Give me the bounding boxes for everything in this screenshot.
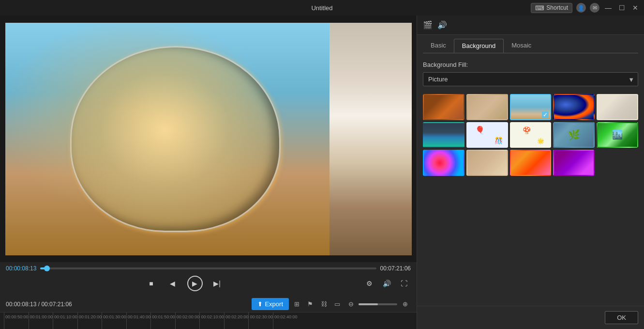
ruler-tick-7: 00:01:50:00 <box>150 313 175 329</box>
ruler-tick-12: 00:02:40:00 <box>273 313 298 329</box>
clip-left <box>5 23 329 255</box>
background-thumb-9[interactable] <box>553 122 595 148</box>
right-panel: 🎬 🔊 Basic Background Mosaic Background F… <box>417 16 644 329</box>
astronaut-helmet-overlay <box>70 46 281 232</box>
ruler-tick-4: 00:01:20:00 <box>77 313 102 329</box>
progress-handle[interactable] <box>44 266 50 271</box>
zoom-out-button[interactable]: ⊖ <box>345 298 357 310</box>
controls-area: 00:00:08:13 00:07:21:06 ■ ◀ ▶ ▶| ⚙ 🔊 ⛶ <box>0 262 417 296</box>
background-thumb-5[interactable] <box>597 94 638 120</box>
time-bar-row: 00:00:08:13 00:07:21:06 <box>6 265 411 272</box>
main-content: 00:00:08:13 00:07:21:06 ■ ◀ ▶ ▶| ⚙ 🔊 ⛶ <box>0 16 644 329</box>
zoom-slider[interactable] <box>359 303 397 305</box>
maximize-button[interactable]: ☐ <box>617 3 627 13</box>
editor-panel: 00:00:08:13 00:07:21:06 ■ ◀ ▶ ▶| ⚙ 🔊 ⛶ <box>0 16 417 329</box>
zoom-fill <box>359 303 378 305</box>
background-thumb-11[interactable] <box>423 150 464 176</box>
tab-background[interactable]: Background <box>454 39 504 53</box>
ruler-tick-5: 00:01:30:00 <box>102 313 126 329</box>
export-button[interactable]: ⬆ Export <box>252 298 289 310</box>
minimize-button[interactable]: — <box>603 3 613 13</box>
timeline-tool-3[interactable]: ⛓ <box>318 298 329 310</box>
ruler-tick-11: 00:02:30:00 <box>248 313 273 329</box>
ok-btn-container: OK <box>417 306 644 329</box>
step-forward-button[interactable]: ▶| <box>210 277 224 290</box>
background-thumb-1[interactable] <box>423 94 464 120</box>
fill-label: Background Fill: <box>423 61 638 68</box>
export-label: Export <box>265 300 283 308</box>
background-thumb-3[interactable] <box>510 94 552 120</box>
ruler-tick-10: 00:02:20:00 <box>224 313 249 329</box>
timeline-tool-2[interactable]: ⚑ <box>304 298 316 310</box>
dropdown-container: Picture ▼ <box>423 72 638 86</box>
background-thumb-13[interactable] <box>510 150 552 176</box>
background-thumb-14[interactable] <box>553 150 595 176</box>
background-thumb-2[interactable] <box>466 94 508 120</box>
thumbnail-grid <box>423 94 638 176</box>
background-thumb-4[interactable] <box>553 94 595 120</box>
film-icon: 🎬 <box>423 20 433 30</box>
background-thumb-12[interactable] <box>466 150 508 176</box>
keyboard-icon: ⌨ <box>535 4 544 12</box>
ruler-tick-3: 00:01:10:00 <box>53 313 77 329</box>
video-preview <box>5 23 412 255</box>
progress-bar[interactable] <box>40 267 376 269</box>
ruler-tick-1: 00:00:50:00 <box>4 313 29 329</box>
preview-area <box>0 16 417 262</box>
shortcut-label: Shortcut <box>546 4 568 11</box>
ruler-tick-6: 00:01:40:00 <box>126 313 151 329</box>
background-thumb-7[interactable] <box>466 122 508 148</box>
tab-mosaic[interactable]: Mosaic <box>504 39 539 53</box>
timeline-tool-1[interactable]: ⊞ <box>291 298 302 310</box>
panel-content: Background Fill: Picture ▼ <box>417 53 644 306</box>
fullscreen-icon[interactable]: ⛶ <box>397 277 411 290</box>
volume-icon[interactable]: 🔊 <box>380 277 393 290</box>
playback-right: ⚙ 🔊 ⛶ <box>362 277 411 290</box>
export-area: ⬆ Export ⊞ ⚑ ⛓ ▭ ⊖ ⊕ <box>252 298 411 310</box>
ruler-tick-2: 00:01:00:00 <box>29 313 53 329</box>
titlebar-right: ⌨ Shortcut 👤 ✉ — ☐ ✕ <box>531 3 640 13</box>
playback-controls: ■ ◀ ▶ ▶| <box>6 274 362 293</box>
mail-icon[interactable]: ✉ <box>590 3 599 13</box>
stop-button[interactable]: ■ <box>145 277 158 290</box>
panel-header: 🎬 🔊 <box>417 16 644 35</box>
close-button[interactable]: ✕ <box>630 3 640 13</box>
export-icon: ⬆ <box>257 300 263 308</box>
audio-icon: 🔊 <box>437 20 447 30</box>
titlebar: Untitled ⌨ Shortcut 👤 ✉ — ☐ ✕ <box>0 0 644 16</box>
current-time-label: 00:00:08:13 <box>6 265 36 272</box>
window-title: Untitled <box>311 4 332 12</box>
background-thumb-10[interactable] <box>597 122 638 148</box>
user-icon[interactable]: 👤 <box>576 3 586 13</box>
timeline-ruler: 00:00:50:00 00:01:00:00 00:01:10:00 00:0… <box>0 313 417 329</box>
total-time-label: 00:07:21:06 <box>380 265 411 272</box>
timeline-toolbar: 00:00:08:13 / 00:07:21:06 ⬆ Export ⊞ ⚑ ⛓… <box>0 296 417 313</box>
ok-button[interactable]: OK <box>605 311 638 324</box>
background-thumb-6[interactable] <box>423 122 464 148</box>
timeline-tool-4[interactable]: ▭ <box>331 298 343 310</box>
zoom-in-button[interactable]: ⊕ <box>399 298 411 310</box>
background-thumb-8[interactable] <box>510 122 552 148</box>
timeline-time-display: 00:00:08:13 / 00:07:21:06 <box>6 301 72 308</box>
fill-type-dropdown[interactable]: Picture <box>423 72 638 86</box>
clip-right <box>329 23 412 255</box>
ruler-labels: 00:00:50:00 00:01:00:00 00:01:10:00 00:0… <box>4 313 298 329</box>
play-button[interactable]: ▶ <box>187 276 203 291</box>
panel-tabs: Basic Background Mosaic <box>417 35 644 53</box>
step-back-button[interactable]: ◀ <box>166 277 180 290</box>
tab-basic[interactable]: Basic <box>423 39 454 53</box>
shortcut-button[interactable]: ⌨ Shortcut <box>531 3 572 13</box>
settings-icon[interactable]: ⚙ <box>362 277 376 290</box>
ruler-tick-8: 00:02:00:00 <box>175 313 200 329</box>
ruler-tick-9: 00:02:10:00 <box>199 313 224 329</box>
